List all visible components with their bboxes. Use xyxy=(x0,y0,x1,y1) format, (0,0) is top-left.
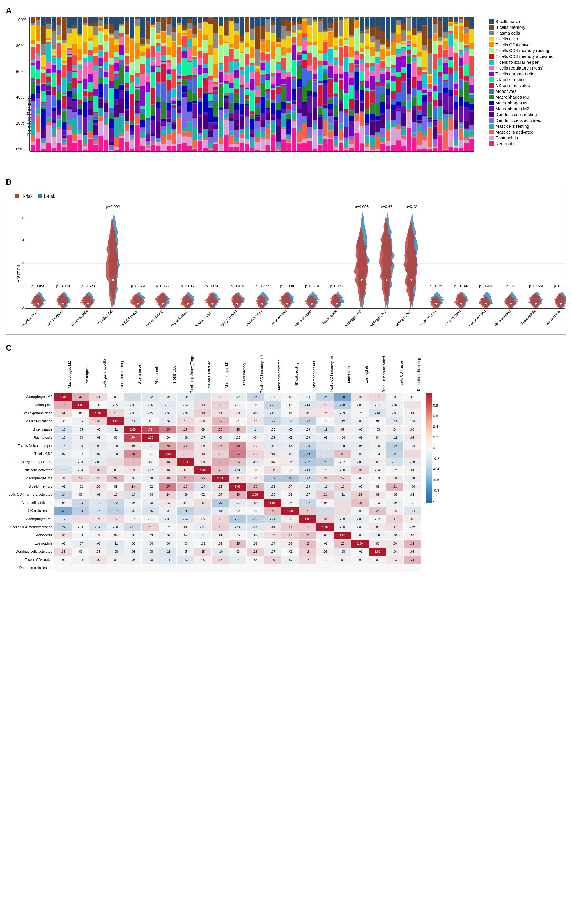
svg-text:T cells gamma delta: T cells gamma delta xyxy=(236,309,263,326)
svg-rect-1592 xyxy=(407,78,411,79)
svg-rect-573 xyxy=(161,17,166,18)
corr-cell: .04 xyxy=(386,425,403,434)
col-header: T cells CD4 memory resting xyxy=(316,355,334,393)
corr-cell: -.18 xyxy=(124,393,141,401)
svg-rect-13 xyxy=(31,65,35,78)
svg-rect-671 xyxy=(187,79,192,90)
corr-cell: -.09 xyxy=(264,490,281,499)
svg-rect-1043 xyxy=(276,110,281,119)
svg-rect-968 xyxy=(255,26,260,49)
svg-rect-1865 xyxy=(469,56,474,76)
svg-rect-793 xyxy=(213,17,218,19)
svg-rect-1563 xyxy=(396,17,401,20)
svg-rect-662 xyxy=(187,146,192,151)
svg-rect-1294 xyxy=(334,50,338,57)
svg-rect-1368 xyxy=(354,114,359,121)
svg-rect-310 xyxy=(104,140,108,151)
legend-item-1: B cells memory xyxy=(489,25,566,29)
svg-rect-81 xyxy=(46,61,51,69)
svg-rect-415 xyxy=(124,36,129,53)
svg-rect-835 xyxy=(224,35,228,36)
svg-rect-1756 xyxy=(443,49,448,50)
svg-rect-497 xyxy=(146,92,150,118)
svg-rect-1582 xyxy=(401,41,406,43)
svg-rect-1687 xyxy=(427,89,432,91)
svg-rect-277 xyxy=(93,96,98,112)
svg-rect-1748 xyxy=(443,87,448,88)
svg-rect-1713 xyxy=(432,34,437,41)
svg-rect-99 xyxy=(51,95,56,107)
corr-cell: .35 xyxy=(211,458,229,466)
corr-cell: .13 xyxy=(194,401,211,409)
svg-rect-290 xyxy=(98,116,103,121)
svg-rect-242 xyxy=(83,18,87,23)
svg-rect-1154 xyxy=(302,87,307,102)
svg-rect-1341 xyxy=(344,18,348,19)
svg-rect-838 xyxy=(229,147,234,151)
colorbar-tick: 0.6 xyxy=(433,414,439,418)
corr-cell: .11 xyxy=(72,515,89,523)
svg-rect-1045 xyxy=(276,94,281,103)
corr-cell: .07 xyxy=(246,474,264,482)
corr-cell: .18 xyxy=(141,523,159,531)
corr-cell: -.10 xyxy=(159,401,176,409)
svg-rect-79 xyxy=(46,73,51,76)
table-row: T cells regulatory (Tregs)-.10-.08-.08.1… xyxy=(6,458,421,466)
svg-rect-263 xyxy=(88,26,93,27)
svg-rect-1060 xyxy=(281,127,286,129)
svg-rect-1562 xyxy=(396,20,401,21)
svg-rect-1544 xyxy=(396,126,401,129)
svg-rect-1586 xyxy=(407,128,411,151)
svg-rect-358 xyxy=(114,117,119,118)
svg-rect-706 xyxy=(197,141,202,151)
svg-rect-929 xyxy=(250,140,255,148)
svg-rect-225 xyxy=(83,135,87,144)
svg-rect-1192 xyxy=(312,129,317,130)
corr-cell: .18 xyxy=(211,523,229,531)
svg-rect-1014 xyxy=(271,135,275,151)
svg-rect-136 xyxy=(62,144,67,146)
svg-rect-820 xyxy=(224,109,228,113)
svg-rect-434 xyxy=(130,82,134,84)
corr-cell: .18 xyxy=(298,523,316,531)
svg-rect-1005 xyxy=(266,73,270,74)
svg-rect-305 xyxy=(98,28,103,31)
svg-text:p=0.002: p=0.002 xyxy=(106,205,120,209)
svg-rect-1231 xyxy=(318,21,323,32)
corr-cell: .14 xyxy=(54,409,72,417)
svg-rect-367 xyxy=(114,59,119,63)
svg-rect-515 xyxy=(151,116,155,120)
svg-rect-1255 xyxy=(323,17,328,29)
svg-rect-1213 xyxy=(318,144,323,146)
corr-cell: -.03 xyxy=(316,499,334,507)
svg-rect-186 xyxy=(73,93,77,98)
corr-cell: .18 xyxy=(351,490,368,499)
svg-rect-202 xyxy=(78,133,82,134)
corr-cell: -.05 xyxy=(72,417,89,425)
corr-cell: -.04 xyxy=(386,531,403,540)
svg-rect-1863 xyxy=(469,77,474,85)
svg-rect-1734 xyxy=(438,43,443,45)
corr-cell: .29 xyxy=(107,474,124,482)
corr-cell: .04 xyxy=(403,531,421,540)
svg-rect-324 xyxy=(104,62,108,70)
corr-cell: .08 xyxy=(264,523,281,531)
svg-rect-654 xyxy=(182,47,187,51)
corr-cell: -.08 xyxy=(211,434,229,442)
svg-rect-1858 xyxy=(469,98,474,103)
corr-cell: -.02 xyxy=(281,393,298,401)
svg-rect-881 xyxy=(234,17,239,23)
corr-cell: -.03 xyxy=(368,425,386,434)
svg-rect-966 xyxy=(255,66,260,69)
svg-rect-1365 xyxy=(349,17,354,19)
svg-rect-576 xyxy=(166,135,171,141)
svg-rect-990 xyxy=(260,26,265,39)
svg-rect-257 xyxy=(88,61,93,74)
svg-rect-1631 xyxy=(417,145,422,149)
svg-rect-718 xyxy=(197,65,202,75)
svg-point-1945 xyxy=(336,302,338,305)
legend-item-20: Eosinophils xyxy=(489,135,566,140)
corr-cell: -.06 xyxy=(351,434,368,442)
svg-rect-1632 xyxy=(417,131,422,145)
svg-rect-94 xyxy=(51,123,56,128)
